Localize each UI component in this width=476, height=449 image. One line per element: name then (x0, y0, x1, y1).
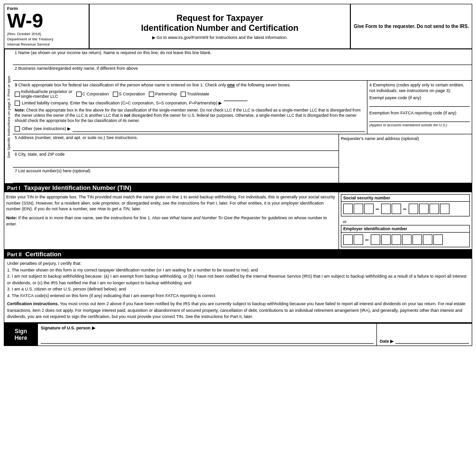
line5-req-wrapper: 5 Address (number, street, and apt. or s… (13, 134, 472, 183)
ein-cell-4[interactable] (381, 234, 391, 245)
checkbox-trust: Trust/estate (181, 92, 209, 97)
fatca-label: Exemption from FATCA reporting code (if … (369, 111, 470, 115)
part1-note: Note: If the account is in more than one… (6, 215, 337, 227)
exempt-payee-label: Exempt payee code (if any) (369, 95, 470, 100)
ein-seg2 (371, 234, 443, 245)
sign-label-bottom: Here (15, 335, 27, 341)
part1-right: Social security number – – (339, 192, 472, 249)
ssn-cell-8[interactable] (430, 204, 439, 214)
part1-body: Enter your TIN in the appropriate box. T… (4, 192, 472, 250)
header-right: Give Form to the requester. Do not send … (351, 4, 472, 48)
line1: 1 Name (as shown on your income tax retu… (13, 49, 472, 65)
fatca-field: Exemption from FATCA reporting code (if … (369, 111, 470, 127)
checkbox-trust-label: Trust/estate (187, 92, 209, 96)
go-to-text: ▶ Go to www.irs.gov/FormW9 for instructi… (152, 35, 288, 40)
line6: 6 City, state, and ZIP code (13, 151, 339, 168)
ein-cell-1[interactable] (343, 234, 353, 245)
ein-label: Employer identification number (341, 225, 469, 233)
checkboxes-row: Individual/sole proprietor orsingle-memb… (15, 89, 365, 99)
part1-text: Enter your TIN in the appropriate box. T… (4, 192, 339, 249)
line3-other: Other (see instructions) ▶ (15, 125, 365, 132)
requester-input[interactable] (341, 141, 470, 169)
or-text: or (341, 218, 470, 225)
ssn-dash-2: – (402, 205, 408, 213)
line5-6-7: 5 Address (number, street, and apt. or s… (13, 134, 339, 183)
checkbox-partnership-label: Partnership (155, 92, 177, 96)
ssn-cell-3[interactable] (364, 204, 374, 214)
line7-input[interactable] (15, 173, 337, 182)
header-center: Request for Taxpayer Identification Numb… (90, 4, 351, 48)
line4-header: 4 Exemptions (codes apply only to certai… (369, 83, 470, 94)
ein-cell-5[interactable] (392, 234, 401, 245)
line2-label: 2 Business name/disregarded entity name,… (15, 66, 470, 71)
ssn-cell-4[interactable] (381, 204, 391, 214)
line5-label: 5 Address (number, street, and apt. or s… (15, 135, 337, 140)
sign-sig-input[interactable] (41, 330, 374, 344)
sign-date-input[interactable] (395, 330, 469, 344)
line6-label: 6 City, state, and ZIP code (15, 152, 337, 157)
line5-input[interactable] (15, 140, 337, 150)
ssn-cell-5[interactable] (392, 204, 401, 214)
ssn-cell-9[interactable] (440, 204, 449, 214)
ssn-label: Social security number (341, 195, 469, 202)
checkbox-s-corp-label: S Corporation (119, 92, 146, 96)
ssn-cell-6[interactable] (409, 204, 418, 214)
ssn-seg3 (409, 204, 449, 214)
ein-cell-2[interactable] (354, 234, 363, 245)
line5: 5 Address (number, street, and apt. or s… (13, 134, 339, 151)
ein-fields: – (341, 233, 469, 247)
ssn-cell-2[interactable] (354, 204, 363, 214)
checkbox-partnership: Partnership (149, 92, 177, 97)
cert-instructions: Certification instructions. You must cro… (7, 301, 469, 320)
exempt-payee-field: Exempt payee code (if any) (369, 95, 470, 107)
line1-input[interactable] (15, 55, 470, 65)
ssn-cell-7[interactable] (419, 204, 429, 214)
ein-cell-6[interactable] (402, 234, 412, 245)
checkbox-trust-box[interactable] (181, 92, 186, 97)
form-rev: (Rev. October 2018) (7, 32, 86, 36)
line3-llc-text: Limited liability company. Enter the tax… (22, 101, 222, 105)
sign-label: Sign Here (4, 324, 37, 346)
checkbox-other-box[interactable] (15, 126, 20, 131)
ein-cell-8[interactable] (423, 234, 432, 245)
line7-label: 7 List account number(s) here (optional) (15, 168, 337, 173)
checkbox-c-corp-label: C Corporation (82, 92, 109, 96)
fatca-input[interactable] (369, 115, 470, 122)
exempt-payee-input[interactable] (369, 100, 470, 107)
checkbox-partnership-box[interactable] (149, 92, 154, 97)
ein-cell-3[interactable] (371, 234, 380, 245)
checkbox-individual-box[interactable] (15, 92, 20, 97)
line6-input[interactable] (15, 157, 337, 166)
part2-label: Part II (7, 252, 22, 257)
side-label: See Specific Instructions on page 3. Pri… (4, 49, 13, 183)
other-label: Other (see instructions) ▶ (22, 126, 71, 131)
line7: 7 List account number(s) here (optional) (13, 168, 339, 183)
checkbox-c-corp-box[interactable] (76, 92, 82, 97)
sign-label-top: Sign (15, 328, 27, 335)
service: Internal Revenue Service (7, 42, 86, 47)
part1-header: Part I Taxpayer Identification Number (T… (4, 183, 472, 192)
part2-body: Under penalties of perjury, I certify th… (4, 259, 472, 323)
ein-cell-9[interactable] (433, 234, 443, 245)
line3-header: 3 Check appropriate box for federal tax … (15, 83, 365, 87)
cert-item-3: 3. I am a U.S. citizen or other U.S. per… (7, 286, 469, 293)
part1-title: Taxpayer Identification Number (TIN) (24, 184, 132, 191)
llc-input[interactable] (224, 101, 247, 101)
ein-dash: – (364, 236, 370, 243)
sign-sig-label: Signature of U.S. person ▶ (41, 326, 374, 330)
header-left: Form W-9 (Rev. October 2018) Department … (4, 4, 90, 48)
ssn-seg1 (343, 204, 374, 214)
ssn-fields: – – (341, 202, 469, 216)
cert-item-2: 2. I am not subject to backup withholdin… (7, 273, 469, 286)
main-form: 1 Name (as shown on your income tax retu… (13, 49, 472, 183)
give-form-text: Give Form to the requester. Do not send … (354, 23, 469, 30)
other-input[interactable] (73, 125, 365, 132)
checkbox-llc-box[interactable] (15, 101, 20, 106)
checkbox-s-corp-box[interactable] (113, 92, 118, 97)
ein-cell-7[interactable] (412, 234, 422, 245)
ssn-cell-1[interactable] (343, 204, 353, 214)
ein-seg1 (343, 234, 363, 245)
line3-note: Note: Check the appropriate box in the l… (15, 108, 365, 123)
line2-input[interactable] (15, 71, 470, 80)
requester-label: Requester's name and address (optional) (341, 136, 470, 141)
